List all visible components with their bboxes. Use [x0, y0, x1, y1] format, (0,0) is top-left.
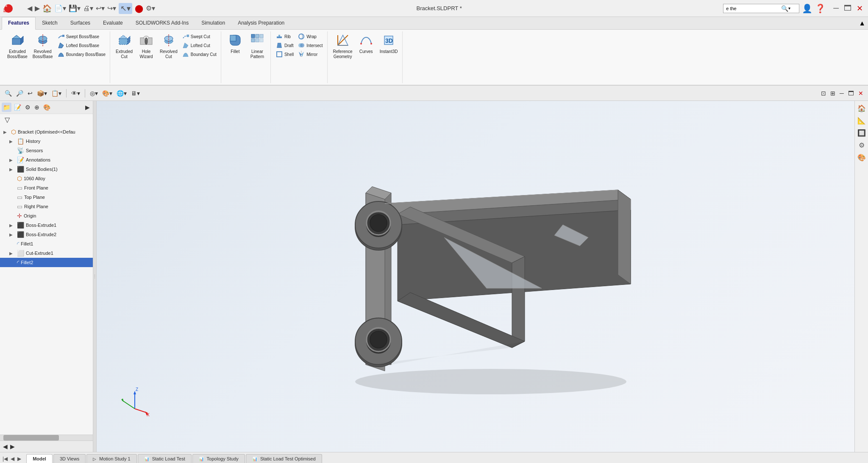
panel-expand-btn[interactable]: ▶ [84, 103, 91, 112]
tab-topology[interactable]: 📊 Topology Study [192, 454, 245, 463]
tab-3d-views[interactable]: 3D Views [53, 454, 86, 463]
root-expand-icon[interactable]: ▶ [3, 130, 9, 134]
search-input[interactable] [726, 6, 781, 11]
tab-evaluate[interactable]: Evaluate [97, 17, 129, 29]
annotations-expand[interactable]: ▶ [9, 158, 15, 162]
tree-item-boss-extrude2[interactable]: ▶ ⬛ Boss-Extrude2 [0, 230, 93, 239]
tree-item-annotations[interactable]: ▶ 📝 Annotations [0, 155, 93, 165]
search-dropdown-icon[interactable]: ▾ [788, 6, 790, 11]
zoom-to-fit-btn[interactable]: 🔍 [3, 89, 13, 98]
minimize-button[interactable]: ─ [832, 4, 840, 13]
tree-item-1060-alloy[interactable]: ▶ ⬡ 1060 Alloy [0, 174, 93, 183]
tab-analysis[interactable]: Analysis Preparation [231, 17, 291, 29]
save-button[interactable]: 💾▾ [69, 4, 81, 12]
normal-view-btn[interactable]: ⊡ [820, 89, 827, 98]
solid-bodies-expand[interactable]: ▶ [9, 167, 15, 172]
tab-addins[interactable]: SOLIDWORKS Add-Ins [129, 17, 195, 29]
tab-surfaces[interactable]: Surfaces [64, 17, 97, 29]
previous-view-btn[interactable]: ↩ [26, 89, 34, 98]
scene-btn[interactable]: 🌐▾ [115, 89, 128, 98]
swept-cut-button[interactable]: Swept Cut [181, 32, 218, 41]
rebuild-button[interactable]: ⬤ [135, 4, 143, 13]
tree-item-history[interactable]: ▶ 📋 History [0, 137, 93, 146]
display-style-btn[interactable]: 📦▾ [36, 89, 48, 98]
right-view-btn[interactable]: 🏠 [856, 103, 868, 114]
swept-boss-button[interactable]: Swept Boss/Base [56, 32, 107, 41]
draft-button[interactable]: Draft [274, 41, 295, 50]
boundary-boss-button[interactable]: Boundary Boss/Base [56, 50, 107, 59]
section-view-btn[interactable]: 📋▾ [50, 89, 63, 98]
reference-geometry-button[interactable]: ReferenceGeometry [331, 32, 355, 61]
extruded-boss-button[interactable]: ExtrudedBoss/Base [5, 32, 30, 61]
tree-item-cut-extrude1[interactable]: ▶ ⬜ Cut-Extrude1 [0, 248, 93, 258]
hole-wizard-button[interactable]: HoleWizard [136, 32, 157, 61]
curves-button[interactable]: Curves [356, 32, 377, 56]
appearance-btn[interactable]: 🎨▾ [101, 89, 114, 98]
user-icon[interactable]: 👤 [802, 3, 812, 14]
ribbon-expand-icon[interactable]: ▲ [859, 20, 865, 27]
instant3d-button[interactable]: 3D Instant3D [378, 32, 400, 56]
right-color-btn[interactable]: 🎨 [856, 152, 868, 163]
3d-viewport[interactable]: Z X [97, 101, 854, 452]
filter-btn[interactable]: ▽ [3, 115, 11, 125]
split-view-btn[interactable]: ⊞ [829, 89, 837, 98]
back-button[interactable]: ◀ [27, 4, 32, 12]
extruded-cut-button[interactable]: ExtrudedCut [114, 32, 135, 61]
undo-button[interactable]: ↩▾ [96, 4, 105, 12]
forward-button[interactable]: ▶ [35, 4, 40, 12]
intersect-button[interactable]: Intersect [296, 41, 324, 50]
tree-item-sensors[interactable]: ▶ 📡 Sensors [0, 146, 93, 155]
right-scene-btn[interactable]: 🔲 [856, 127, 868, 139]
maximize-button[interactable]: 🗖 [842, 4, 853, 13]
tree-prev-btn[interactable]: ◀ [2, 442, 9, 451]
close-btn2[interactable]: ✕ [857, 89, 865, 98]
tab-motion-study[interactable]: ▷ Motion Study 1 [86, 454, 136, 463]
rib-button[interactable]: Rib [274, 32, 295, 41]
help-icon[interactable]: ❓ [815, 3, 826, 14]
tree-item-solid-bodies[interactable]: ▶ ⬛ Solid Bodies(1) [0, 165, 93, 174]
boss-extrude1-expand[interactable]: ▶ [9, 223, 15, 228]
tab-sketch[interactable]: Sketch [36, 17, 64, 29]
tree-item-origin[interactable]: ▶ ✛ Origin [0, 211, 93, 220]
tree-item-fillet1[interactable]: ▶ ◜ Fillet1 [0, 239, 93, 248]
boss-extrude2-expand[interactable]: ▶ [9, 232, 15, 237]
view-settings-btn[interactable]: 🖥▾ [130, 89, 141, 98]
revolved-boss-button[interactable]: RevolvedBoss/Base [31, 32, 55, 61]
right-decals-btn[interactable]: ⚙ [857, 139, 866, 151]
tree-item-front-plane[interactable]: ▶ ▭ Front Plane [0, 183, 93, 192]
linear-pattern-button[interactable]: LinearPattern [247, 32, 268, 61]
tab-features[interactable]: Features [2, 17, 36, 30]
search-box[interactable]: 🔍 ▾ [723, 4, 799, 13]
hide-show-btn[interactable]: ◎▾ [89, 89, 99, 98]
feature-manager-btn[interactable]: 📁 [2, 103, 11, 112]
max-btn2[interactable]: 🗖 [847, 89, 855, 98]
tree-item-fillet2[interactable]: ▶ ◜ Fillet2 [0, 258, 93, 267]
cut-extrude1-expand[interactable]: ▶ [9, 251, 15, 256]
lofted-boss-button[interactable]: Lofted Boss/Base [56, 41, 107, 50]
nav-prev-btn[interactable]: ◀ [10, 455, 15, 463]
new-button[interactable]: 🏠 [42, 4, 52, 13]
print-button[interactable]: 🖨▾ [83, 4, 93, 12]
lofted-cut-button[interactable]: Lofted Cut [181, 41, 218, 50]
select-button[interactable]: ↖▾ [119, 3, 132, 14]
search-icon[interactable]: 🔍 [781, 5, 788, 12]
min-btn2[interactable]: ─ [838, 89, 845, 98]
right-appearance-btn[interactable]: 📐 [856, 115, 868, 126]
view-orientation-btn[interactable]: 👁▾ [70, 89, 81, 98]
revolved-cut-button[interactable]: RevolvedCut [158, 32, 180, 61]
tree-root[interactable]: ▶ ⬡ Bracket (Optimised<<Defau [0, 127, 93, 137]
close-button[interactable]: ✕ [855, 4, 865, 13]
config-manager-btn[interactable]: ⚙ [24, 103, 32, 112]
new-file-button[interactable]: 📄▾ [54, 4, 66, 12]
nav-next-btn[interactable]: ▶ [17, 455, 22, 463]
panel-scrollbar[interactable] [0, 435, 93, 441]
nav-first-btn[interactable]: |◀ [2, 455, 8, 463]
history-expand[interactable]: ▶ [9, 139, 15, 144]
property-manager-btn[interactable]: 📝 [13, 103, 22, 112]
zoom-in-btn[interactable]: 🔎 [15, 89, 25, 98]
display-manager-btn[interactable]: 🎨 [42, 103, 52, 112]
model-canvas[interactable]: Z X [97, 101, 854, 452]
redo-button[interactable]: ↪▾ [107, 4, 116, 12]
tab-static-opt[interactable]: 📊 Static Load Test Optimised [246, 454, 322, 463]
tree-next-btn[interactable]: ▶ [9, 442, 16, 451]
